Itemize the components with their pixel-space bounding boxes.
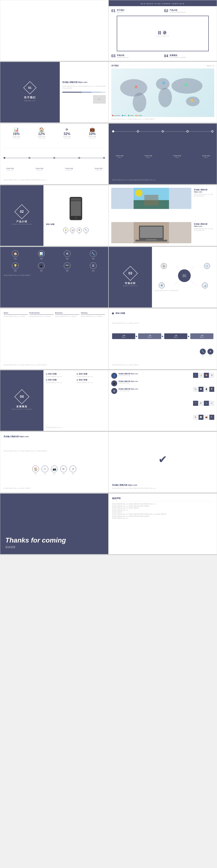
about-num: 01: [28, 86, 32, 89]
contents-label-01: 关于我们: [117, 9, 124, 12]
thanks-text: Thanks for coming: [5, 536, 66, 544]
svg-rect-16: [140, 227, 163, 238]
slide-checkmark: ✔ 双击输入替换内容 58pic.com 双击输入替换内容 58pic.com …: [108, 432, 217, 493]
check-title: 双击输入替换内容 58pic.com: [112, 484, 213, 487]
process-add-label: 添加小标题: [116, 312, 125, 315]
product-photo-title: 双击输入替换内容 58pic.com: [194, 189, 213, 193]
slide-multi-list: 👤 双击输入替换内容 58pic.com 双击输入替换内容 内容 📱 双击输入替…: [108, 370, 217, 431]
slide-contents: BUSINESS PLAN POWER TEMPLATE 01 关于我们 ABO…: [108, 0, 217, 61]
icons-text: 双击输入替换内容 58pic.com 双击输入替换内容: [4, 274, 105, 276]
product-num: 02: [20, 210, 24, 213]
stats-text: 双击输入替换内容 58pic.com 双击输入替换内容 双击输入替换内容 58p…: [4, 179, 105, 181]
svg-point-8: [185, 84, 188, 87]
timeline-text: 双击输入替换内容 58pic.com 双击输入替换内容 双击输入替换内容 58p…: [112, 179, 213, 181]
slide-product-photo: 双击输入替换内容 58pic.com 双击输入替换内容 58pic.com 双击…: [108, 185, 217, 246]
main-wrapper: 商业计划PPT模板 汇报人：千图网 BUSINESS PLAN POWER TE…: [0, 0, 217, 555]
slide-about-us: 01 关于我们 ABOUT US 双击输入替换内容 58pic.com 双击输入…: [0, 62, 108, 123]
svg-rect-18: [146, 239, 157, 241]
contents-label-04: 发展规划: [169, 54, 186, 57]
market-en-side: MARKET ANALYSIS: [123, 285, 138, 286]
contents-title: 目录: [156, 30, 169, 35]
dev-title-side: 发展规划: [16, 405, 27, 408]
contents-en-04: DEVELOPMENT PLANNING: [169, 57, 186, 58]
ph-title: 双击输入替换内容 58pic.com: [4, 435, 105, 438]
contents-num-04: 04: [164, 54, 168, 58]
title-main: 商业计划PPT模板: [33, 25, 76, 31]
slide-icons-dark: 🏠 标题 📊 标题 ⚙ 标题 🔧 标题 💡 标题: [0, 247, 108, 308]
product-en-side: PRODUCT PRESENTATION: [11, 223, 32, 225]
thanks-sub: 谢谢观看: [5, 546, 16, 549]
about-text: 双击输入替换内容 58pic.com 双击输入替换内容 58pic.com 双击…: [62, 85, 106, 89]
about-placeholder: 双击输入替换内容 58pic.com: [62, 81, 106, 84]
stat-item-1: 📊 16% 在此输入标题 在此输入标题: [12, 127, 20, 139]
stat-item-2: 🏠 12% 在此输入标题 在此输入标题: [38, 127, 45, 139]
slide-product-marker: 02 产品介绍 PRODUCT PRESENTATION 添加小标题: [0, 185, 108, 246]
slide-thanks: Thanks for coming 谢谢观看: [0, 493, 108, 554]
contents-num-01: 01: [111, 9, 116, 13]
slide-dev-section: 04 发展规划 DEVELOPMENT PLANNING 添加小标题: [0, 370, 108, 431]
svg-point-7: [162, 82, 165, 85]
contents-label-03: 市场分析: [117, 54, 128, 57]
contents-en-02: PRODUCT PRESENTATION: [169, 12, 186, 13]
stat-item-3: ✈ 32% 在此输入标题 在此输入标题: [63, 127, 71, 139]
slide-title: 商业计划PPT模板 汇报人：千图网: [0, 0, 108, 61]
contents-num-02: 02: [164, 9, 168, 13]
slide-world: 关于我们 ABOUT US: [108, 62, 217, 123]
svg-point-0: [120, 79, 147, 96]
about-title: 关于我们: [24, 96, 36, 99]
svg-point-6: [134, 85, 137, 88]
slide-market-section: 03 市场分析 MARKET ANALYSIS Brainstorm 🏠 🛒 ⚙: [108, 247, 217, 308]
slide-copyright: 版权声明 双击输入替换内容 58pic.com 双击输入替换内容 双击输入替换内…: [108, 493, 217, 554]
contents-subtitle: CONTENTS: [156, 35, 169, 37]
contents-en-03: MARKET ANALYSIS: [117, 57, 128, 58]
slide-stats: 📊 16% 在此输入标题 在此输入标题 🏠 12% 在此输入标题 在此输入标题 …: [0, 123, 108, 184]
contents-label-02: 产品介绍: [169, 9, 186, 12]
dev-en-side: DEVELOPMENT PLANNING: [11, 409, 32, 410]
market-num: 03: [128, 271, 132, 275]
svg-point-1: [133, 93, 146, 112]
svg-point-12: [135, 189, 143, 196]
svg-rect-13: [144, 195, 158, 205]
world-text: 双击输入替换内容 58pic.com 双击输入替换内容 58pic.com 双击…: [111, 118, 214, 120]
contents-en-01: ABOUT US: [117, 12, 124, 13]
contents-num-03: 03: [111, 54, 116, 58]
product-laptop-title: 双击输入替换内容 58pic.com: [194, 223, 213, 227]
dev-num: 04: [20, 395, 24, 398]
slide-process: 添加小标题 双击输入替换内容 58pic.com 双击输入内容 内容 步骤Ste…: [108, 308, 217, 369]
product-add-label: 添加小标题: [46, 223, 106, 225]
market-title-side: 市场分析: [125, 282, 136, 285]
world-about-en: ABOUT US: [207, 65, 214, 66]
world-about: 关于我们: [111, 64, 119, 67]
title-sub: 汇报人：千图网: [46, 33, 63, 36]
svg-point-3: [158, 88, 172, 107]
about-en: ABOUT US: [24, 100, 35, 101]
copyright-title: 版权声明: [112, 497, 213, 501]
slide-placeholder-icons: 双击输入替换内容 58pic.com 双击输入替换内容 58pic.com 双击…: [0, 432, 108, 493]
stat-item-4: 💼 10% 在此输入标题 在此输入标题: [88, 127, 96, 139]
slide-market-data: Share 双击输入替换内容 58pic.com 双击输入 Profession…: [0, 308, 108, 369]
contents-header: BUSINESS PLAN POWER TEMPLATE: [141, 3, 185, 4]
svg-point-9: [190, 99, 193, 102]
product-title-side: 产品介绍: [16, 220, 27, 223]
slide-timeline-dark: 双击输入标题内容输入 双击输入标题内容输入 双击输入标题内容输入 双击输入标题内…: [108, 123, 217, 184]
